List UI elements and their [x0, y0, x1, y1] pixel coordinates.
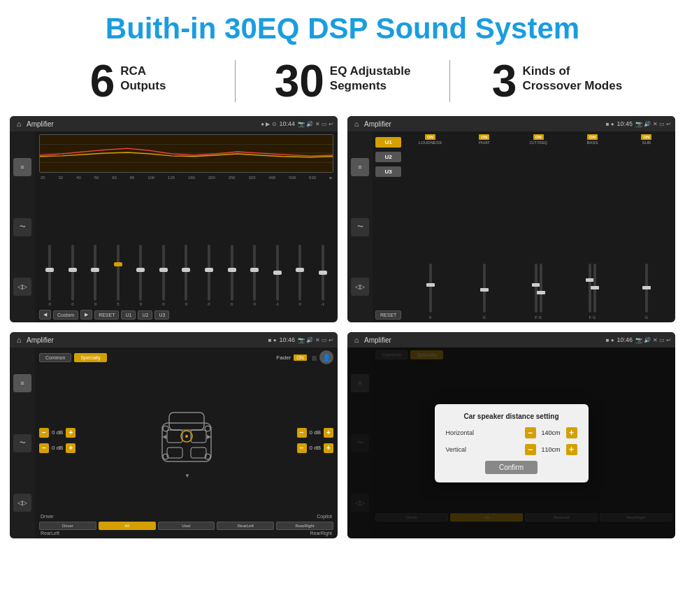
u3-button[interactable]: U3 [375, 166, 401, 177]
status-icons-2b: 📷 🔊 ✕ ▭ ↩ [635, 121, 671, 127]
sub-slider[interactable] [645, 264, 648, 313]
sidebar-vol-icon-2[interactable]: ◁▷ [351, 278, 369, 296]
sidebar-eq-icon[interactable]: ≡ [13, 158, 31, 176]
horizontal-minus-btn[interactable]: − [525, 427, 536, 438]
stat-rca: 6 RCA Outputs [28, 59, 228, 103]
home-icon-3[interactable]: ⌂ [14, 335, 24, 345]
db-row-2: − 0 dB + [39, 443, 75, 453]
home-icon-1[interactable]: ⌂ [14, 119, 24, 129]
sidebar-eq-icon-2[interactable]: ≡ [351, 158, 369, 176]
plus-btn-2[interactable]: + [66, 443, 75, 453]
left-sidebar-1: ≡ 〜 ◁▷ [10, 131, 35, 322]
car-diagram-area: ▼ ◀ ▶ [80, 402, 292, 479]
eq-u2-btn[interactable]: U2 [138, 310, 152, 320]
eq-reset-btn[interactable]: RESET [94, 310, 119, 320]
sidebar-wave-icon[interactable]: 〜 [13, 218, 31, 236]
stat-crossover: 3 Kinds of Crossover Modes [457, 59, 657, 103]
status-icons-1: ● ▶ ⊙ [261, 121, 276, 127]
status-time-4: 10:46 [617, 336, 633, 343]
svg-rect-9 [191, 447, 206, 458]
eq-u1-btn[interactable]: U1 [121, 310, 136, 320]
svg-text:▼: ▼ [185, 473, 190, 479]
fader-top-bar: Common Specialty Fader ON ||| 👤 [39, 350, 333, 364]
eq-u3-btn[interactable]: U3 [154, 310, 169, 320]
stat-number-eq: 30 [275, 59, 324, 103]
vertical-label: Vertical [446, 446, 525, 453]
svg-point-15 [163, 426, 168, 431]
reset-button-2[interactable]: RESET [375, 310, 401, 320]
stats-row: 6 RCA Outputs 30 EQ Adjustable Segments … [0, 52, 685, 113]
confirm-button[interactable]: Confirm [485, 461, 538, 474]
eq-prev-btn[interactable]: ◀ [39, 310, 51, 320]
minus-btn-4[interactable]: − [297, 443, 307, 453]
dialog-box: Car speaker distance setting Horizontal … [435, 404, 589, 482]
channel-sub: ON SUB G [621, 134, 672, 320]
fader-main-area: Common Specialty Fader ON ||| 👤 − 0 dB + [35, 348, 338, 538]
stat-label-crossover-1: Kinds of [522, 64, 622, 78]
sidebar-wave-icon-2[interactable]: 〜 [351, 218, 369, 236]
loudness-slider[interactable] [429, 264, 432, 313]
minus-btn-2[interactable]: − [39, 443, 49, 453]
stat-eq: 30 EQ Adjustable Segments [243, 59, 442, 103]
horizontal-plus-btn[interactable]: + [566, 427, 577, 438]
sidebar-vol-icon[interactable]: ◁▷ [13, 278, 31, 296]
fader-body: − 0 dB + − 0 dB + [39, 368, 333, 512]
status-icons-4b: 📷 🔊 ✕ ▭ ↩ [635, 337, 671, 343]
svg-rect-7 [191, 430, 206, 443]
minus-btn-3[interactable]: − [297, 428, 307, 438]
person-icon[interactable]: 👤 [319, 350, 333, 364]
eq-slider-1: 0 [62, 245, 84, 306]
rearright-btn[interactable]: RearRight [276, 522, 333, 530]
specialty-tab[interactable]: Specialty [74, 353, 106, 362]
sidebar-vol-icon-3[interactable]: ◁▷ [13, 494, 31, 512]
sidebar-eq-icon-3[interactable]: ≡ [13, 374, 31, 392]
plus-btn-3[interactable]: + [324, 428, 333, 438]
u2-button[interactable]: U2 [375, 152, 401, 162]
svg-rect-5 [169, 413, 204, 430]
cutfreq-slider-f[interactable] [535, 264, 538, 313]
bass-slider-g[interactable] [593, 264, 596, 313]
plus-btn-1[interactable]: + [66, 428, 75, 438]
eq-main-area: 25 32 40 50 63 80 100 125 160 200 250 32… [35, 131, 338, 322]
eq-custom-btn[interactable]: Custom [53, 310, 78, 320]
status-time-3: 10:46 [280, 336, 296, 343]
cutfreq-on: ON [533, 134, 544, 140]
home-icon-2[interactable]: ⌂ [352, 119, 361, 129]
channel-bass: ON BASS F G [566, 134, 618, 320]
minus-btn-1[interactable]: − [39, 428, 49, 438]
eq-content: ≡ 〜 ◁▷ [10, 131, 338, 322]
all-btn[interactable]: All [99, 522, 156, 530]
eq-slider-0: 0 [39, 245, 61, 306]
common-tab[interactable]: Common [39, 353, 71, 362]
u1-button[interactable]: U1 [375, 137, 401, 148]
stat-number-crossover: 3 [492, 59, 517, 103]
plus-btn-4[interactable]: + [324, 443, 333, 453]
vertical-plus-btn[interactable]: + [566, 444, 577, 455]
vertical-value: 110cm [539, 446, 563, 453]
svg-rect-0 [40, 135, 333, 172]
driver-btn[interactable]: Driver [39, 522, 96, 530]
eq-slider-4: 0 [130, 245, 152, 306]
screens-grid: ⌂ Amplifier ● ▶ ⊙ 10:44 📷 🔊 ✕ ▭ ↩ ≡ 〜 ◁▷ [0, 113, 685, 548]
eq-slider-12: -1 [312, 245, 333, 306]
fader-content: ≡ 〜 ◁▷ Common Specialty Fader ON ||| 👤 [10, 348, 338, 538]
sidebar-wave-icon-3[interactable]: 〜 [13, 434, 31, 452]
status-bar-3: ⌂ Amplifier ■ ● 10:46 📷 🔊 ✕ ▭ ↩ [10, 332, 338, 348]
eq-play-btn[interactable]: ▶ [80, 310, 92, 320]
home-icon-4[interactable]: ⌂ [352, 335, 361, 345]
eq-graph [39, 134, 333, 173]
db-row-1: − 0 dB + [39, 428, 75, 438]
u-buttons-col: U1 U2 U3 RESET [375, 134, 401, 320]
cutfreq-slider-g[interactable] [540, 264, 542, 313]
eq-slider-10: -1 [266, 245, 288, 306]
phat-slider[interactable] [483, 264, 486, 313]
user-btn[interactable]: User [158, 522, 215, 530]
vertical-minus-btn[interactable]: − [525, 444, 536, 455]
svg-text:▶: ▶ [207, 434, 212, 440]
app-title-3: Amplifier [27, 336, 266, 344]
eq-slider-9: 0 [244, 245, 266, 306]
app-title-4: Amplifier [364, 336, 603, 344]
fader-bottom-btns: Driver All User RearLeft RearRight [39, 522, 333, 530]
rearleft-btn[interactable]: RearLeft [217, 522, 274, 530]
stat-number-rca: 6 [90, 59, 115, 103]
